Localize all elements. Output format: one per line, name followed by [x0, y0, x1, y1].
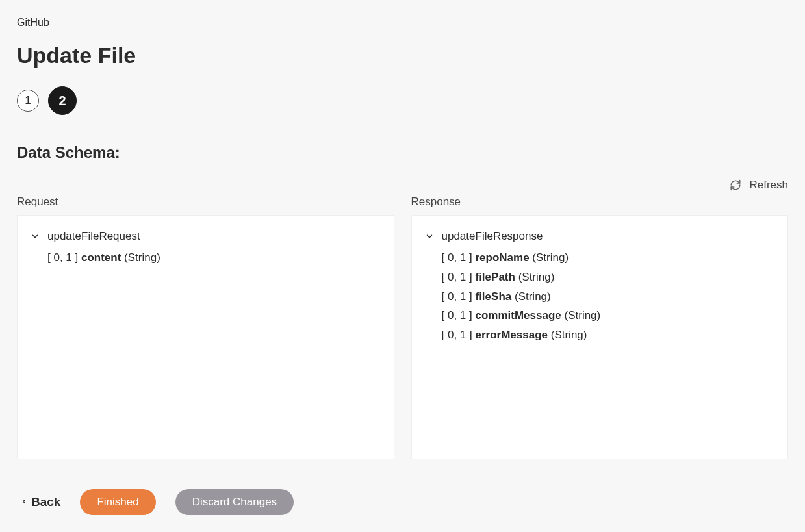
- field-name: errorMessage: [475, 329, 548, 341]
- step-1[interactable]: 1: [17, 90, 39, 112]
- field-cardinality: [ 0, 1 ]: [442, 309, 472, 322]
- request-panel: updateFileRequest [ 0, 1 ] content (Stri…: [17, 215, 394, 459]
- schema-field: [ 0, 1 ] errorMessage (String): [442, 325, 775, 345]
- chevron-left-icon: [21, 495, 27, 509]
- field-cardinality: [ 0, 1 ]: [442, 271, 472, 283]
- back-button[interactable]: Back: [21, 495, 60, 509]
- response-panel-label: Response: [411, 196, 789, 209]
- field-name: repoName: [475, 251, 529, 264]
- field-name: fileSha: [475, 290, 511, 303]
- step-2[interactable]: 2: [48, 86, 77, 115]
- schema-field: [ 0, 1 ] repoName (String): [442, 248, 775, 268]
- field-cardinality: [ 0, 1 ]: [442, 290, 472, 303]
- field-type: (String): [518, 271, 555, 283]
- refresh-label: Refresh: [749, 179, 788, 192]
- response-fields: [ 0, 1 ] repoName (String)[ 0, 1 ] fileP…: [425, 248, 775, 345]
- section-title-data-schema: Data Schema:: [17, 144, 788, 162]
- breadcrumb-link-github[interactable]: GitHub: [17, 17, 49, 29]
- response-root-name: updateFileResponse: [442, 230, 543, 243]
- request-panel-label: Request: [17, 196, 394, 209]
- schema-field: [ 0, 1 ] filePath (String): [442, 268, 775, 287]
- back-label: Back: [31, 495, 60, 509]
- request-schema-root[interactable]: updateFileRequest: [31, 230, 381, 243]
- request-fields: [ 0, 1 ] content (String): [31, 248, 381, 268]
- field-type: (String): [551, 329, 587, 341]
- step-connector: [39, 101, 48, 101]
- footer-actions: Back Finished Discard Changes: [17, 489, 788, 515]
- response-schema-root[interactable]: updateFileResponse: [425, 230, 775, 243]
- schema-field: [ 0, 1 ] content (String): [47, 248, 381, 268]
- field-name: content: [81, 251, 121, 264]
- schema-field: [ 0, 1 ] commitMessage (String): [442, 306, 775, 325]
- field-cardinality: [ 0, 1 ]: [47, 251, 78, 264]
- field-type: (String): [565, 309, 601, 322]
- field-type: (String): [515, 290, 551, 303]
- page-title: Update File: [17, 43, 788, 68]
- schema-field: [ 0, 1 ] fileSha (String): [442, 287, 775, 307]
- field-name: filePath: [475, 271, 515, 283]
- field-cardinality: [ 0, 1 ]: [442, 329, 472, 341]
- discard-changes-button[interactable]: Discard Changes: [175, 489, 294, 515]
- field-name: commitMessage: [475, 309, 561, 322]
- chevron-down-icon: [425, 232, 434, 241]
- field-type: (String): [124, 251, 160, 264]
- chevron-down-icon: [31, 232, 40, 241]
- finished-button[interactable]: Finished: [80, 489, 155, 515]
- stepper: 1 2: [17, 86, 788, 115]
- refresh-button[interactable]: Refresh: [730, 176, 788, 194]
- request-root-name: updateFileRequest: [47, 230, 140, 243]
- field-cardinality: [ 0, 1 ]: [442, 251, 472, 264]
- refresh-icon: [730, 179, 741, 191]
- field-type: (String): [532, 251, 569, 264]
- response-panel: updateFileResponse [ 0, 1 ] repoName (St…: [411, 215, 789, 459]
